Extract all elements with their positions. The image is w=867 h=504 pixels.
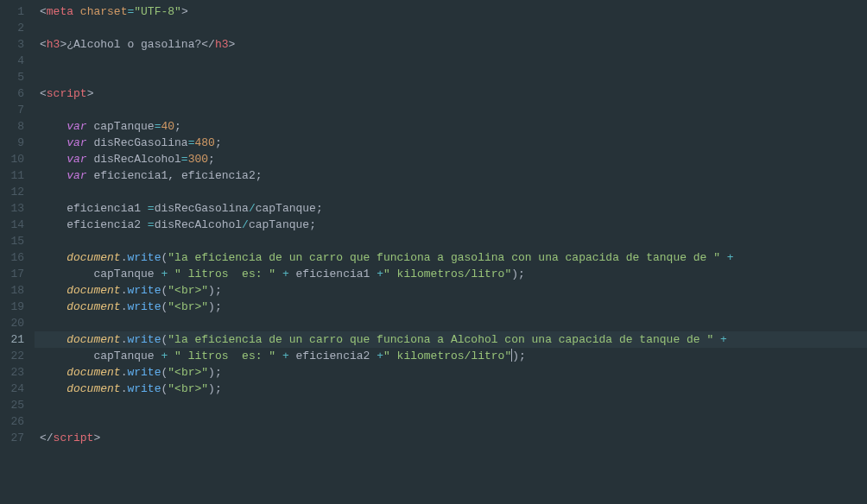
line-number: 24 bbox=[7, 381, 24, 397]
code-line[interactable] bbox=[35, 184, 867, 200]
line-number: 5 bbox=[7, 69, 24, 85]
line-number: 13 bbox=[7, 200, 24, 217]
code-line[interactable]: document.write("<br>"); bbox=[35, 299, 867, 315]
code-line[interactable]: var eficiencia1, eficiencia2; bbox=[35, 167, 867, 184]
code-editor[interactable]: 1 2 3 4 5 6 7 8 9 10 11 12 13 14 15 16 1… bbox=[0, 0, 867, 504]
line-number: 4 bbox=[7, 53, 24, 69]
code-line[interactable]: document.write("<br>"); bbox=[35, 381, 867, 397]
code-line[interactable]: document.write("la eficiencia de un carr… bbox=[35, 331, 867, 348]
line-number: 23 bbox=[7, 364, 24, 381]
code-line[interactable]: document.write("<br>"); bbox=[35, 282, 867, 299]
code-line[interactable]: document.write("<br>"); bbox=[35, 364, 867, 381]
line-number: 17 bbox=[7, 266, 24, 282]
code-line[interactable]: <script> bbox=[35, 85, 867, 102]
code-line[interactable] bbox=[35, 413, 867, 430]
code-line[interactable]: eficiencia2 =disRecAlcohol/capTanque; bbox=[35, 217, 867, 233]
line-number: 15 bbox=[7, 233, 24, 249]
line-number: 22 bbox=[7, 348, 24, 364]
code-line[interactable] bbox=[35, 348, 867, 364]
code-line[interactable]: var capTanque=40; bbox=[35, 118, 867, 135]
code-line[interactable]: <h3>¿Alcohol o gasolina?</h3> bbox=[35, 36, 867, 53]
line-number: 18 bbox=[7, 282, 24, 299]
line-number: 12 bbox=[7, 184, 24, 200]
code-line[interactable] bbox=[35, 69, 867, 85]
line-number: 1 bbox=[7, 3, 24, 20]
code-line[interactable]: var disRecGasolina=480; bbox=[35, 135, 867, 151]
line-number: 27 bbox=[7, 430, 24, 446]
line-number: 2 bbox=[7, 20, 24, 36]
line-number: 20 bbox=[7, 315, 24, 331]
line-number: 19 bbox=[7, 299, 24, 315]
code-line[interactable] bbox=[35, 53, 867, 69]
line-number: 21 bbox=[7, 331, 24, 348]
code-line[interactable]: eficiencia1 =disRecGasolina/capTanque; bbox=[35, 200, 867, 217]
line-number: 10 bbox=[7, 151, 24, 167]
code-line[interactable] bbox=[35, 397, 867, 413]
code-line[interactable] bbox=[35, 266, 867, 282]
code-area[interactable]: <meta charset="UTF-8"> <h3>¿Alcohol o ga… bbox=[35, 0, 867, 504]
line-number: 16 bbox=[7, 249, 24, 266]
code-line[interactable]: document.write("la eficiencia de un carr… bbox=[35, 249, 867, 266]
line-number: 6 bbox=[7, 85, 24, 102]
line-number: 14 bbox=[7, 217, 24, 233]
line-number: 11 bbox=[7, 167, 24, 184]
line-number: 3 bbox=[7, 36, 24, 53]
code-line[interactable] bbox=[35, 315, 867, 331]
code-line[interactable] bbox=[35, 20, 867, 36]
code-line[interactable]: </script> bbox=[35, 430, 867, 446]
line-number-gutter: 1 2 3 4 5 6 7 8 9 10 11 12 13 14 15 16 1… bbox=[0, 0, 35, 504]
line-number: 25 bbox=[7, 397, 24, 413]
code-line[interactable]: var disRecAlcohol=300; bbox=[35, 151, 867, 167]
line-number: 7 bbox=[7, 102, 24, 118]
code-line[interactable] bbox=[35, 102, 867, 118]
line-number: 8 bbox=[7, 118, 24, 135]
code-line[interactable] bbox=[35, 233, 867, 249]
code-line[interactable]: <meta charset="UTF-8"> bbox=[35, 3, 867, 20]
line-number: 26 bbox=[7, 413, 24, 430]
line-number: 9 bbox=[7, 135, 24, 151]
